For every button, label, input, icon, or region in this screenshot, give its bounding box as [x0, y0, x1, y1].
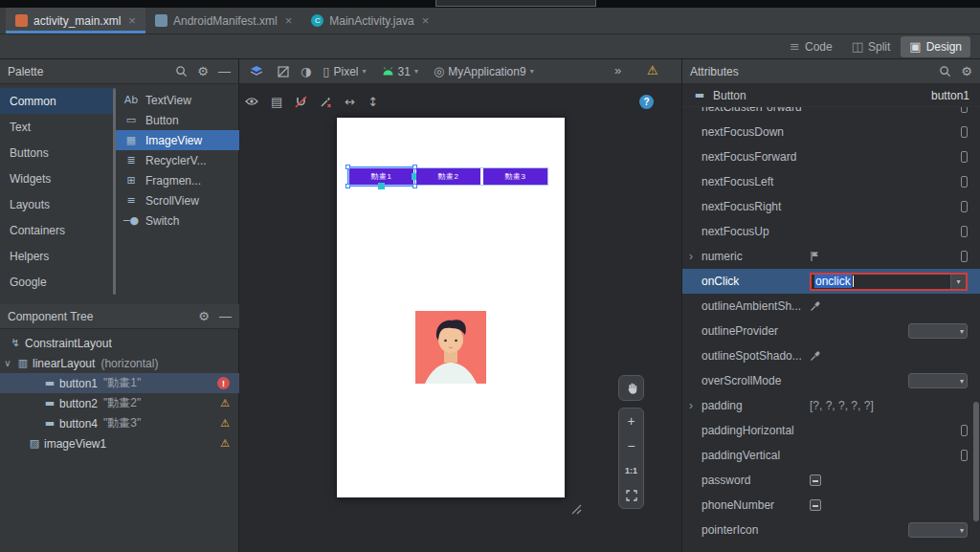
palette-category[interactable]: Containers — [0, 217, 113, 243]
editor-tab[interactable]: AndroidManifest.xml × — [145, 8, 301, 33]
night-mode-icon[interactable]: ◑ — [301, 64, 311, 78]
search-icon[interactable] — [175, 65, 188, 77]
attribute-dropdown[interactable]: ▾ — [908, 323, 968, 339]
resource-picker-button[interactable] — [961, 425, 968, 436]
zoom-in-button[interactable]: + — [619, 408, 643, 433]
component-tree-node[interactable]: ▨ imageView1 ⚠ — [0, 433, 239, 453]
scrollbar[interactable] — [973, 402, 979, 521]
attribute-row[interactable]: outlineProvider ▾ — [682, 319, 980, 343]
gear-icon[interactable]: ⚙ — [961, 65, 972, 77]
attribute-row[interactable]: › numeric — [682, 244, 980, 269]
zoom-actual-size-button[interactable]: 1:1 — [619, 458, 643, 483]
resource-picker-button[interactable] — [961, 251, 968, 262]
resource-picker-button[interactable] — [961, 107, 968, 113]
attribute-row[interactable]: › padding [?, ?, ?, ?, ?] — [682, 393, 980, 418]
attribute-row[interactable]: nextFocusForward — [682, 144, 980, 169]
imageview-avatar-image[interactable] — [415, 311, 486, 384]
minimize-icon[interactable]: — — [218, 65, 231, 77]
palette-category[interactable]: Text — [0, 114, 113, 140]
palette-item[interactable]: ⊞ Fragmen... — [116, 170, 239, 190]
palette-item[interactable]: ≣ RecyclerV... — [116, 150, 239, 170]
component-tree-node[interactable]: ▬ button1 "動畫1" ! — [0, 373, 239, 393]
attribute-row[interactable]: nextClusterForward — [682, 107, 980, 120]
zoom-to-fit-button[interactable] — [619, 483, 643, 508]
attribute-dropdown[interactable]: ▾ — [908, 522, 968, 538]
attribute-row[interactable]: pointerIcon ▾ — [682, 518, 980, 542]
clear-constraints-icon[interactable] — [320, 96, 332, 108]
resize-handle[interactable] — [345, 184, 350, 188]
resource-picker-button[interactable] — [961, 226, 968, 237]
attribute-row[interactable]: outlineSpotShado... — [682, 343, 980, 368]
zoom-out-button[interactable]: − — [619, 433, 643, 458]
palette-category[interactable]: Common — [0, 88, 113, 114]
flag-icon[interactable] — [810, 251, 820, 262]
resize-handle[interactable] — [345, 165, 350, 169]
pipette-icon[interactable] — [810, 350, 821, 362]
attribute-row[interactable]: password — [682, 468, 980, 493]
component-tree-node[interactable]: ▬ button2 "動畫2" ⚠ — [0, 393, 239, 413]
minimize-icon[interactable]: — — [219, 310, 232, 322]
warning-icon[interactable]: ⚠ — [647, 63, 658, 77]
palette-category[interactable]: Helpers — [0, 243, 113, 269]
editor-tab[interactable]: activity_main.xml × — [6, 8, 145, 33]
expand-chevron-icon[interactable]: › — [689, 399, 693, 412]
attribute-row[interactable]: overScrollMode ▾ — [682, 368, 980, 393]
resource-picker-button[interactable] — [961, 450, 968, 461]
api-level-selector[interactable]: 31 ▾ — [378, 65, 422, 78]
gear-icon[interactable]: ⚙ — [198, 310, 210, 322]
layout-variants-icon[interactable]: ▤ — [271, 95, 282, 109]
attribute-row[interactable]: outlineAmbientSh... — [682, 294, 980, 319]
view-options-eye-icon[interactable] — [245, 97, 258, 106]
help-button[interactable]: ? — [639, 95, 654, 109]
attribute-row[interactable]: nextFocusDown — [682, 120, 980, 144]
component-tree-node[interactable]: ▬ button4 "動畫3" ⚠ — [0, 413, 239, 433]
close-icon[interactable]: × — [128, 13, 136, 28]
collapse-chevron-icon[interactable]: ∨ — [0, 358, 15, 368]
indeterminate-checkbox[interactable] — [810, 499, 821, 511]
view-mode-button[interactable]: ▣ Design — [901, 36, 970, 57]
palette-item[interactable]: ─● Switch — [116, 210, 239, 231]
constraint-anchor[interactable] — [378, 183, 385, 189]
view-mode-button[interactable]: ≡ Code — [781, 36, 841, 57]
attribute-dropdown[interactable]: ▾ — [908, 373, 968, 388]
palette-item[interactable]: Ab TextView — [116, 90, 239, 110]
resource-picker-button[interactable] — [961, 176, 968, 188]
attribute-row[interactable]: nextFocusRight — [682, 194, 980, 219]
attribute-value-combobox[interactable]: onclick ▾ — [810, 273, 968, 291]
attribute-row[interactable]: nextFocusUp — [682, 219, 980, 244]
close-icon[interactable]: × — [285, 13, 293, 28]
canvas-button[interactable]: 動畫2 — [416, 168, 480, 185]
attribute-row[interactable]: nextFocusLeft — [682, 169, 980, 194]
palette-category[interactable]: Buttons — [0, 140, 113, 166]
default-margins-horizontal-icon[interactable]: ↔ — [345, 95, 355, 109]
expand-chevron-icon[interactable]: › — [689, 250, 693, 263]
selected-component-row[interactable]: ▬ Button button1 — [682, 84, 980, 107]
design-blueprint-selector[interactable] — [247, 62, 266, 81]
autoconnect-off-magnet-icon[interactable] — [295, 96, 307, 108]
canvas-button[interactable]: 動畫3 — [483, 168, 547, 185]
component-tree-node[interactable]: ∨ ▥ linearLayout (horizontal) — [0, 353, 239, 373]
pan-tool-button[interactable] — [618, 375, 644, 401]
search-icon[interactable] — [939, 65, 951, 77]
attribute-row[interactable]: onClick onclick ▾ — [682, 269, 980, 294]
theme-selector[interactable]: ◎ MyApplication9 ▾ — [430, 64, 538, 78]
attribute-row[interactable]: paddingVertical — [682, 443, 980, 468]
palette-item[interactable]: ▭ Button — [116, 110, 239, 130]
chevron-down-icon[interactable]: ▾ — [950, 275, 966, 289]
editor-tab[interactable]: C MainActivity.java × — [301, 8, 438, 33]
component-tree-node[interactable]: ↯ ConstraintLayout — [0, 333, 239, 353]
palette-category[interactable]: Google — [0, 269, 113, 295]
resource-picker-button[interactable] — [961, 201, 968, 212]
palette-category[interactable]: Widgets — [0, 166, 113, 191]
view-mode-button[interactable]: ◫ Split — [843, 36, 900, 57]
canvas-button[interactable]: 動畫1 — [349, 168, 413, 185]
device-canvas[interactable]: 動畫1 動畫2 動畫3 — [337, 118, 565, 497]
palette-category[interactable]: Layouts — [0, 191, 113, 217]
indeterminate-checkbox[interactable] — [810, 475, 821, 486]
canvas-resize-grip[interactable] — [568, 500, 582, 518]
pipette-icon[interactable] — [810, 300, 821, 312]
attribute-row[interactable]: phoneNumber — [682, 493, 980, 518]
palette-item[interactable]: ▦ ImageView — [116, 130, 239, 150]
close-icon[interactable]: × — [422, 13, 430, 28]
gear-icon[interactable]: ⚙ — [197, 65, 209, 77]
